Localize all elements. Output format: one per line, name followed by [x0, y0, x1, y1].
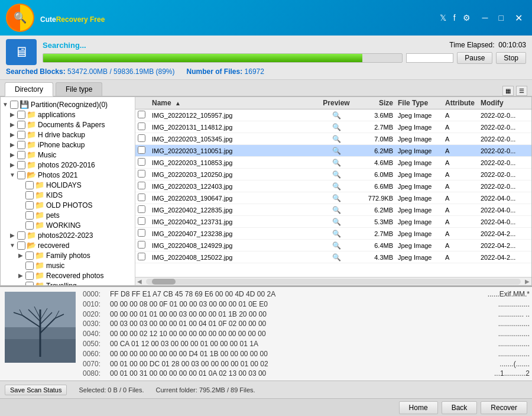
- tree-item-iphone[interactable]: ▶ 📁 iPhone backup: [1, 140, 135, 150]
- check-photos2022[interactable]: [17, 231, 25, 240]
- tree-item-oldphotos[interactable]: 📁 OLD PHOTOS: [1, 200, 135, 210]
- row-check-0[interactable]: [138, 111, 145, 118]
- check-applications[interactable]: [17, 111, 25, 119]
- hscroll-right-arrow[interactable]: ▶: [523, 278, 531, 285]
- expand-photos2021[interactable]: ▼: [9, 172, 16, 178]
- maximize-button[interactable]: □: [496, 12, 507, 24]
- list-view-button[interactable]: ☰: [516, 86, 527, 96]
- tab-filetype[interactable]: File type: [56, 82, 102, 96]
- expand-applications[interactable]: ▶: [9, 111, 16, 118]
- check-music2[interactable]: [25, 262, 34, 270]
- minimize-button[interactable]: ─: [479, 12, 491, 24]
- preview-icon-2[interactable]: 🔍: [332, 135, 341, 143]
- check-music[interactable]: [17, 151, 25, 159]
- col-header-modify[interactable]: Modify: [478, 99, 531, 107]
- tree-item-familyphotos[interactable]: ▶ 📁 Family photos: [1, 250, 135, 260]
- row-check-3[interactable]: [138, 146, 145, 154]
- table-row[interactable]: IMG_20220131_114812.jpg 🔍 2.7MB Jpeg Ima…: [135, 121, 531, 133]
- check-working[interactable]: [25, 221, 34, 230]
- col-header-attr[interactable]: Attribute: [443, 99, 478, 107]
- table-row[interactable]: IMG_20220203_110853.jpg 🔍 4.6MB Jpeg Ima…: [135, 157, 531, 169]
- check-documents[interactable]: [17, 121, 25, 129]
- preview-icon-11[interactable]: 🔍: [332, 241, 341, 250]
- check-iphone[interactable]: [17, 141, 25, 149]
- check-partition[interactable]: [10, 101, 18, 109]
- tree-item-music2[interactable]: 📁 music: [1, 260, 135, 270]
- col-header-name[interactable]: Name ▲: [150, 99, 319, 107]
- table-row[interactable]: IMG_20220203_122403.jpg 🔍 6.6MB Jpeg Ima…: [135, 180, 531, 192]
- tree-item-music[interactable]: ▶ 📁 Music: [1, 150, 135, 160]
- check-recoveredphotos[interactable]: [25, 272, 34, 280]
- expand-music[interactable]: ▶: [9, 151, 16, 158]
- expand-iphone[interactable]: ▶: [9, 141, 16, 148]
- table-row[interactable]: IMG_20220203_110051.jpg 🔍 6.2MB Jpeg Ima…: [135, 145, 531, 157]
- stop-button[interactable]: Stop: [496, 52, 526, 64]
- table-row[interactable]: IMG_20220203_105345.jpg 🔍 7.0MB Jpeg Ima…: [135, 133, 531, 145]
- save-scan-button[interactable]: Save Scan Status: [5, 385, 67, 395]
- twitter-icon[interactable]: 𝕏: [440, 13, 446, 22]
- expand-partition[interactable]: ▼: [2, 101, 9, 108]
- expand-familyphotos[interactable]: ▶: [17, 252, 24, 259]
- check-oldphotos[interactable]: [25, 201, 34, 209]
- tree-item-recoveredphotos[interactable]: ▶ 📁 Recovered photos: [1, 270, 135, 280]
- row-check-2[interactable]: [138, 134, 145, 142]
- expand-documents[interactable]: ▶: [9, 121, 16, 128]
- preview-icon-3[interactable]: 🔍: [332, 147, 341, 155]
- tree-item-pets[interactable]: 📁 pets: [1, 210, 135, 220]
- table-row[interactable]: IMG_20220203_190647.jpg 🔍 772.9KB Jpeg I…: [135, 192, 531, 204]
- expand-photos2020[interactable]: ▶: [9, 162, 16, 168]
- hscroll-thumb[interactable]: [152, 279, 176, 285]
- preview-icon-6[interactable]: 🔍: [332, 182, 341, 191]
- row-check-10[interactable]: [138, 229, 145, 237]
- progress-input[interactable]: [406, 53, 453, 63]
- tree-item-hdrive[interactable]: ▶ 📁 H drive backup: [1, 130, 135, 140]
- table-row[interactable]: IMG_20220402_122835.jpg 🔍 6.2MB Jpeg Ima…: [135, 204, 531, 216]
- preview-icon-12[interactable]: 🔍: [332, 253, 341, 262]
- row-check-12[interactable]: [138, 253, 145, 260]
- row-check-8[interactable]: [138, 205, 145, 213]
- check-travelling[interactable]: [25, 282, 34, 286]
- table-row[interactable]: IMG_20220408_124929.jpg 🔍 6.4MB Jpeg Ima…: [135, 240, 531, 251]
- settings-icon[interactable]: ⚙: [463, 13, 471, 22]
- preview-icon-0[interactable]: 🔍: [332, 111, 341, 120]
- preview-icon-5[interactable]: 🔍: [332, 170, 341, 179]
- col-header-size[interactable]: Size: [354, 99, 395, 107]
- tree-item-kids[interactable]: 📁 KIDS: [1, 190, 135, 200]
- close-button[interactable]: ✕: [511, 11, 526, 25]
- preview-icon-4[interactable]: 🔍: [332, 159, 341, 167]
- row-check-7[interactable]: [138, 194, 145, 201]
- tree-item-holidays[interactable]: 📁 HOLIDAYS: [1, 180, 135, 190]
- expand-hdrive[interactable]: ▶: [9, 131, 16, 138]
- tree-item-applications[interactable]: ▶ 📁 applications: [1, 109, 135, 120]
- expand-recoveredphotos[interactable]: ▶: [17, 272, 24, 279]
- row-check-5[interactable]: [138, 170, 145, 178]
- tree-item-photos20222023[interactable]: ▶ 📁 photos2022-2023: [1, 230, 135, 240]
- tree-item-documents[interactable]: ▶ 📁 Documents & Papers: [1, 120, 135, 130]
- table-row[interactable]: IMG_20220407_123238.jpg 🔍 2.7MB Jpeg Ima…: [135, 228, 531, 240]
- check-photos2020[interactable]: [17, 161, 25, 169]
- preview-icon-7[interactable]: 🔍: [332, 194, 341, 202]
- preview-icon-8[interactable]: 🔍: [332, 206, 341, 214]
- tree-item-working[interactable]: 📁 WORKING: [1, 220, 135, 230]
- table-row[interactable]: IMG_20220203_120250.jpg 🔍 6.0MB Jpeg Ima…: [135, 169, 531, 180]
- recover-button[interactable]: Recover: [481, 401, 527, 414]
- table-row[interactable]: IMG_20220402_123731.jpg 🔍 5.3MB Jpeg Ima…: [135, 216, 531, 228]
- grid-view-button[interactable]: ▦: [502, 86, 514, 96]
- check-familyphotos[interactable]: [25, 251, 34, 260]
- row-check-9[interactable]: [138, 217, 145, 225]
- check-pets[interactable]: [25, 211, 34, 220]
- check-photos2021[interactable]: [17, 171, 25, 179]
- tab-directory[interactable]: Directory: [5, 82, 53, 96]
- table-row[interactable]: IMG_20220122_105957.jpg 🔍 3.6MB Jpeg Ima…: [135, 109, 531, 121]
- pause-button[interactable]: Pause: [457, 52, 492, 64]
- tree-item-photos20202016[interactable]: ▶ 📁 photos 2020-2016: [1, 160, 135, 170]
- row-check-11[interactable]: [138, 241, 145, 249]
- tree-item-travelling[interactable]: 📁 Travelling: [1, 280, 135, 285]
- tree-item-photos2021[interactable]: ▼ 📂 Photos 2021: [1, 170, 135, 180]
- facebook-icon[interactable]: f: [453, 13, 456, 22]
- col-header-filetype[interactable]: File Type: [395, 99, 443, 107]
- row-check-4[interactable]: [138, 158, 145, 166]
- home-button[interactable]: Home: [399, 401, 438, 414]
- horizontal-scrollbar[interactable]: ◀ ▶: [135, 277, 531, 285]
- expand-photos2022[interactable]: ▶: [9, 232, 16, 238]
